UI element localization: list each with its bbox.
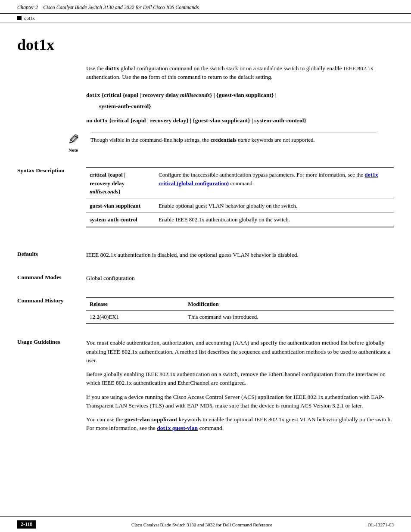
desc-cell-1: Configure the inaccessible authenticatio… — [155, 168, 394, 199]
history-table: Release Modification 12.2(40)EX1 This co… — [86, 297, 394, 324]
breadcrumb: dot1x — [0, 14, 411, 23]
syntax-line1: dot1x {critical {eapol | recovery delay … — [86, 90, 394, 100]
desc-cell-2: Enable optional guest VLAN behavior glob… — [155, 199, 394, 213]
defaults-section: Defaults IEEE 802.1x authentication is d… — [17, 246, 394, 259]
syntax-noline: no dot1x {critical {eapol | recovery del… — [86, 116, 394, 126]
note-bold: credentials — [210, 137, 236, 143]
breadcrumb-text: dot1x — [24, 16, 35, 21]
note-text1: Though visible in the command-line help … — [90, 137, 210, 143]
breadcrumb-bullet — [17, 16, 22, 20]
syntax-description-label: Syntax Description — [17, 167, 86, 236]
defaults-content: IEEE 802.1x authentication is disabled, … — [86, 251, 394, 259]
usage-para4-text3: command. — [198, 425, 224, 431]
syntax-milliseconds: milliseconds — [180, 92, 210, 98]
syntax-description-content: critical {eapol | recovery delay millise… — [86, 167, 394, 236]
note-pencil-icon: ✎ — [68, 133, 79, 146]
desc-bold2: no — [141, 74, 147, 80]
note-text: Though visible in the command-line help … — [90, 133, 377, 144]
command-modes-content: Global configuration — [86, 274, 394, 283]
defaults-label: Defaults — [17, 251, 86, 259]
footer-right: OL-13271-03 — [368, 522, 394, 527]
syntax-line1-post: } | {guest-vlan supplicant} | — [210, 92, 277, 98]
footer-center: Cisco Catalyst Blade Switch 3130 and 303… — [131, 522, 272, 527]
main-content: dot1x Use the dot1x global configuration… — [0, 23, 411, 490]
note-italic: name — [237, 137, 250, 143]
command-history-section: Command History Release Modification 12.… — [17, 293, 394, 324]
syntax-line1-pre: dot1x {critical {eapol | recovery delay — [86, 92, 180, 98]
syntax-line2: system-auth-control} — [86, 102, 394, 112]
syntax-block: dot1x {critical {eapol | recovery delay … — [86, 90, 394, 126]
command-history-content: Release Modification 12.2(40)EX1 This co… — [86, 297, 394, 324]
table-row: system-auth-control Enable IEEE 802.1x a… — [86, 213, 394, 227]
usage-para-1: You must enable authentication, authoriz… — [86, 339, 394, 365]
guest-vlan-link[interactable]: dot1x guest-vlan — [157, 425, 198, 431]
col-release: Release — [86, 298, 184, 310]
usage-guidelines-section: Usage Guidelines You must enable authent… — [17, 334, 394, 438]
term-cell-2: guest-vlan supplicant — [86, 199, 155, 213]
usage-para-3: If you are using a device running the Ci… — [86, 393, 394, 411]
note-container: ✎ Note Though visible in the command-lin… — [60, 133, 377, 152]
description: Use the dot1x global configuration comma… — [86, 64, 394, 82]
table-row: guest-vlan supplicant Enable optional gu… — [86, 199, 394, 213]
header-chapter: Chapter 2 Cisco Catalyst Blade Switch 31… — [17, 4, 199, 11]
page-number: 2-118 — [17, 520, 36, 529]
desc-text1: Use the — [86, 65, 105, 72]
usage-para-4: You can use the guest-vlan supplicant ke… — [86, 415, 394, 433]
command-modes-section: Command Modes Global configuration — [17, 270, 394, 283]
usage-para4-bold: guest-vlan supplicant — [125, 416, 177, 423]
command-modes-label: Command Modes — [17, 274, 86, 283]
syntax-table: critical {eapol | recovery delay millise… — [86, 167, 394, 227]
usage-para4-text1: You can use the — [86, 416, 125, 423]
col-modification: Modification — [184, 298, 394, 310]
desc-bold1: dot1x — [105, 65, 119, 72]
term-cell-3: system-auth-control — [86, 213, 155, 227]
page-footer: 2-118 Cisco Catalyst Blade Switch 3130 a… — [0, 516, 411, 532]
release-cell: 12.2(40)EX1 — [86, 310, 184, 324]
note-text2: keywords are not supported. — [250, 137, 315, 143]
usage-guidelines-content: You must enable authentication, authoriz… — [86, 339, 394, 438]
page-title: dot1x — [17, 36, 394, 54]
modification-cell: This command was introduced. — [184, 310, 394, 324]
syntax-description-section: Syntax Description critical {eapol | rec… — [17, 163, 394, 236]
desc-text3: form of this command to return to the de… — [147, 74, 273, 80]
page-header: Chapter 2 Cisco Catalyst Blade Switch 31… — [0, 0, 411, 14]
usage-para-2: Before globally enabling IEEE 802.1x aut… — [86, 370, 394, 388]
history-header-row: Release Modification — [86, 298, 394, 310]
usage-guidelines-label: Usage Guidelines — [17, 339, 86, 438]
table-row: critical {eapol | recovery delay millise… — [86, 168, 394, 199]
term-cell-1: critical {eapol | recovery delay millise… — [86, 168, 155, 199]
desc-cell-3: Enable IEEE 802.1x authentication global… — [155, 213, 394, 227]
note-icon-area: ✎ Note — [60, 133, 86, 152]
note-label: Note — [68, 147, 78, 152]
history-row: 12.2(40)EX1 This command was introduced. — [86, 310, 394, 324]
command-history-label: Command History — [17, 297, 86, 324]
